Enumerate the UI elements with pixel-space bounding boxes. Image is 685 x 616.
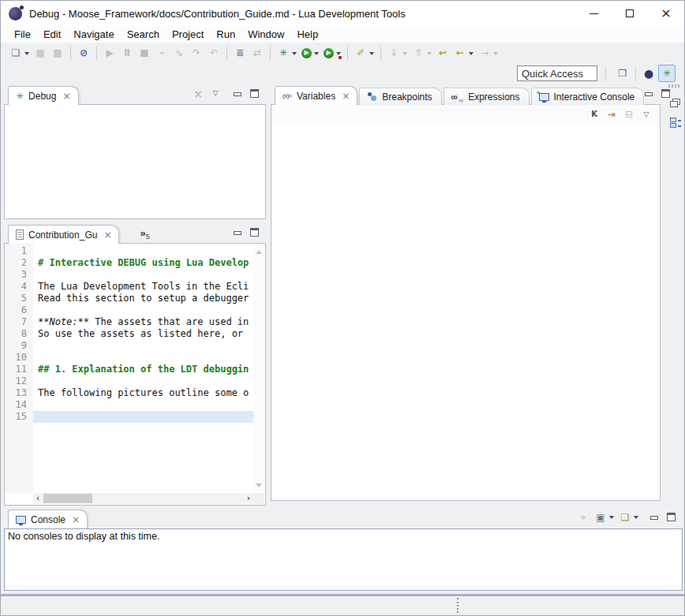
trim-drag-handle[interactable]: [668, 84, 681, 88]
scroll-down-icon[interactable]: [256, 483, 262, 491]
dropdown-arrow-icon[interactable]: [609, 516, 614, 521]
dropdown-arrow-icon[interactable]: [24, 52, 29, 58]
code-line: [33, 352, 253, 364]
run-external-tools-icon[interactable]: ▶: [322, 44, 342, 62]
debug-view: Debug× ×▽: [4, 86, 266, 219]
quick-access-input[interactable]: [517, 65, 597, 81]
collapse-all-icon: ⊟: [621, 106, 637, 123]
dropdown-arrow-icon[interactable]: [292, 52, 297, 58]
minimize-view-button[interactable]: [649, 513, 658, 521]
tab-variables[interactable]: Variables×: [275, 86, 357, 105]
close-icon[interactable]: ×: [62, 91, 70, 102]
vertical-scrollbar[interactable]: [253, 245, 264, 493]
menu-navigate[interactable]: Navigate: [67, 27, 120, 42]
menu-search[interactable]: Search: [121, 27, 166, 42]
debug-icon[interactable]: ✳: [275, 44, 298, 62]
close-icon[interactable]: ×: [103, 230, 111, 241]
tab-console[interactable]: Console×: [8, 510, 88, 528]
minimize-view-icon: [649, 513, 658, 521]
forward-icon: →: [477, 44, 500, 62]
debug-view-content: [4, 104, 266, 219]
view-menu-icon[interactable]: ▽: [638, 106, 654, 123]
minimize-view-button[interactable]: [644, 90, 653, 98]
tab-breakpoints[interactable]: Breakpoints: [359, 88, 441, 105]
display-selected-console-icon[interactable]: ▣: [593, 509, 616, 526]
close-window-button[interactable]: ×: [648, 1, 684, 26]
menu-project[interactable]: Project: [166, 27, 210, 42]
dropdown-arrow-icon[interactable]: [427, 52, 432, 58]
maximize-view-button[interactable]: [667, 513, 676, 521]
close-icon[interactable]: ×: [72, 514, 80, 525]
outline-view-button[interactable]: [666, 113, 683, 130]
maximize-view-button[interactable]: [661, 89, 670, 98]
code-line: **Note:** The assets that are used in: [33, 316, 253, 328]
line-number: 12: [5, 375, 33, 387]
breakpoints-icon: [367, 92, 377, 101]
editor-text-area[interactable]: 12# Interactive DEBUG using Lua Develop3…: [5, 245, 253, 423]
back-icon[interactable]: ←: [452, 44, 475, 62]
tab-label: Breakpoints: [382, 91, 432, 103]
tab-interactive-console[interactable]: Interactive Console: [531, 88, 645, 105]
pin-console-icon: ⌖: [575, 509, 591, 526]
show-type-names-icon[interactable]: K: [586, 106, 602, 123]
app-icon: [9, 7, 22, 21]
dropdown-arrow-icon[interactable]: [402, 52, 407, 58]
code-line: The Lua Development Tools in the Ecli: [33, 281, 253, 293]
last-edit-location-icon[interactable]: ↩: [435, 44, 451, 62]
maximize-window-button[interactable]: [612, 1, 648, 26]
minimize-view-icon: [644, 90, 653, 98]
dropdown-arrow-icon[interactable]: [314, 52, 319, 58]
horizontal-scrollbar[interactable]: ‹ ›: [33, 493, 253, 504]
maximize-view-button[interactable]: [250, 89, 259, 98]
tab-expressions[interactable]: Expressions: [444, 88, 530, 105]
dropdown-arrow-icon[interactable]: [469, 52, 474, 58]
save-icon: ▦: [32, 44, 48, 62]
tab-debug[interactable]: Debug×: [8, 86, 79, 105]
dropdown-arrow-icon[interactable]: [634, 516, 638, 521]
menu-window[interactable]: Window: [241, 27, 290, 42]
run-icon[interactable]: ▶: [300, 44, 320, 62]
toolbar-separator: [347, 47, 348, 60]
dropdown-arrow-icon[interactable]: [369, 52, 374, 58]
suspend-icon: Ⅱ: [119, 44, 135, 62]
minimize-view-button[interactable]: [233, 229, 241, 237]
show-logical-structures-icon[interactable]: ⇥: [604, 106, 619, 123]
minimize-icon: [590, 13, 598, 14]
menu-file[interactable]: File: [8, 27, 37, 42]
close-icon[interactable]: ×: [342, 91, 350, 102]
view-menu-icon[interactable]: ▽: [208, 85, 223, 103]
editor-tab-overflow[interactable]: »5: [140, 227, 149, 241]
terminate-icon: ■: [137, 44, 152, 62]
use-step-filters-icon[interactable]: ≣: [232, 44, 248, 62]
lua-perspective-icon[interactable]: ●: [641, 65, 657, 82]
search-icon[interactable]: ✐: [353, 44, 376, 62]
scrollbar-thumb[interactable]: [43, 494, 92, 503]
tab-label: Interactive Console: [554, 91, 635, 103]
variables-stack-controls: [644, 89, 677, 102]
line-number: 13: [5, 387, 33, 399]
main-toolbar: ❏▦▩⊘▶Ⅱ■⌁⇘↷↶≣⇄✳▶▶✐⇓⇑↩←→: [1, 43, 684, 63]
maximize-view-button[interactable]: [250, 228, 259, 237]
scroll-right-icon[interactable]: ›: [244, 493, 253, 504]
tab-label: Contribution_Gu: [28, 230, 97, 241]
scroll-up-icon[interactable]: [256, 247, 262, 254]
debug-perspective-icon[interactable]: ✳: [658, 65, 676, 82]
minimize-view-button[interactable]: [233, 90, 241, 98]
minimize-window-button[interactable]: [575, 1, 612, 26]
line-number: 10: [5, 352, 33, 364]
dropdown-arrow-icon[interactable]: [493, 52, 498, 58]
menu-edit[interactable]: Edit: [37, 27, 67, 42]
debug-tab-strip: Debug× ×▽: [4, 86, 266, 105]
menu-help[interactable]: Help: [290, 27, 324, 42]
open-perspective-icon[interactable]: ❐: [615, 65, 631, 82]
skip-all-breakpoints-icon[interactable]: ⊘: [76, 44, 92, 62]
open-console-icon[interactable]: ❏: [617, 509, 640, 526]
interactive-console-icon: [539, 93, 549, 101]
menu-run[interactable]: Run: [210, 27, 241, 42]
line-number: 14: [5, 399, 33, 411]
variables-icon: [283, 92, 292, 99]
tab-contribution_gu[interactable]: Contribution_Gu×: [8, 225, 119, 244]
sash-drag-handle[interactable]: [457, 598, 459, 613]
scroll-left-icon[interactable]: ‹: [33, 493, 43, 504]
new-wizard-icon[interactable]: ❏: [8, 44, 31, 62]
